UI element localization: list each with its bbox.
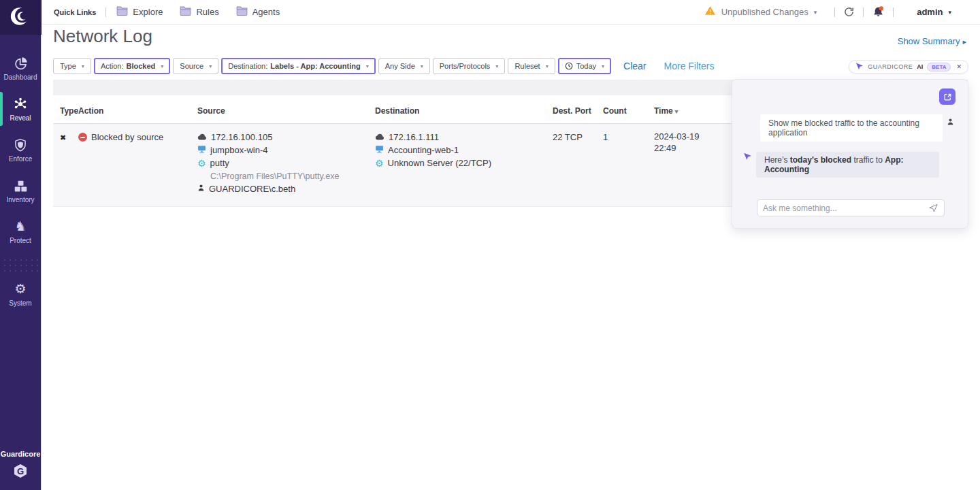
page-title: Network Log bbox=[53, 26, 152, 47]
column-header-action[interactable]: Action bbox=[78, 106, 197, 116]
sidebar-item-enforce[interactable]: Enforce bbox=[0, 131, 41, 168]
refresh-button[interactable] bbox=[843, 6, 855, 18]
brand-name: Guardicore bbox=[1, 450, 41, 458]
unpublished-changes-dropdown[interactable]: Unpublished Changes ▾ bbox=[704, 5, 817, 18]
clock-icon bbox=[565, 62, 573, 70]
action-label: Blocked by source bbox=[91, 132, 163, 142]
dest-port-value: 22 TCP bbox=[553, 132, 583, 142]
filter-action[interactable]: Action: Blocked ▾ bbox=[94, 58, 170, 74]
cubes-icon bbox=[14, 178, 28, 193]
destination-ip: 172.16.1.111 bbox=[389, 132, 439, 142]
ai-chat-panel: Show me blocked traffic to the accountin… bbox=[732, 79, 968, 229]
dots-decoration bbox=[0, 255, 41, 273]
ai-message-bubble: Here’s today’s blocked traffic to App: A… bbox=[756, 152, 939, 178]
expand-chat-button[interactable] bbox=[939, 88, 956, 105]
sidebar-item-label: Reveal bbox=[10, 114, 31, 122]
nav-rules[interactable]: Rules bbox=[179, 5, 218, 19]
ai-badge-brand: GUARDICORE bbox=[868, 63, 913, 70]
paper-plane-icon bbox=[855, 61, 864, 73]
cloud-icon bbox=[197, 132, 207, 142]
folder-icon bbox=[235, 5, 248, 19]
sidebar-nav: Dashboard Reveal Enforce bbox=[0, 50, 41, 316]
column-header-dest-port[interactable]: Dest. Port bbox=[553, 106, 603, 116]
column-header-destination[interactable]: Destination bbox=[375, 106, 553, 116]
column-header-time[interactable]: Time▾ bbox=[654, 106, 712, 116]
process-gear-icon: ⚙ bbox=[197, 159, 206, 168]
close-icon[interactable]: ✕ bbox=[956, 63, 962, 70]
source-process: putty bbox=[210, 158, 229, 168]
source-ip: 172.16.100.105 bbox=[211, 132, 272, 142]
time-value: 2024-03-19 22:49 bbox=[654, 131, 703, 154]
sidebar-item-inventory[interactable]: Inventory bbox=[0, 172, 41, 209]
nav-label: Agents bbox=[252, 7, 280, 17]
topbar-right: Unpublished Changes ▾ admin ▾ bbox=[704, 5, 951, 18]
column-header-source[interactable]: Source bbox=[197, 106, 375, 116]
divider bbox=[834, 7, 835, 17]
monitor-icon bbox=[197, 145, 206, 155]
count-value: 1 bbox=[603, 132, 608, 142]
filter-ports-protocols[interactable]: Ports/Protocols ▾ bbox=[433, 58, 506, 74]
sidebar: Dashboard Reveal Enforce bbox=[0, 0, 42, 490]
chat-input-container bbox=[757, 199, 945, 216]
show-summary-link[interactable]: Show Summary▸ bbox=[898, 36, 966, 46]
knight-chess-icon: ♞ bbox=[14, 219, 26, 234]
warning-icon bbox=[704, 5, 716, 18]
user-menu[interactable]: admin ▾ bbox=[917, 7, 951, 17]
app-root: Dashboard Reveal Enforce bbox=[0, 0, 980, 490]
beta-badge: BETA bbox=[927, 63, 951, 71]
guardicore-logo[interactable] bbox=[0, 0, 42, 35]
folder-icon bbox=[179, 5, 192, 19]
user-message-bubble: Show me blocked traffic to the accountin… bbox=[760, 114, 943, 142]
sidebar-item-label: Enforce bbox=[9, 155, 32, 163]
pie-chart-icon bbox=[14, 56, 28, 71]
filter-time-today[interactable]: Today ▾ bbox=[558, 58, 611, 74]
filter-destination[interactable]: Destination: Labels - App: Accounting ▾ bbox=[221, 58, 376, 74]
filter-ruleset[interactable]: Ruleset ▾ bbox=[508, 58, 555, 74]
column-header-type[interactable]: Type bbox=[53, 106, 78, 116]
divider bbox=[893, 7, 894, 17]
chevron-down-icon: ▾ bbox=[421, 63, 423, 69]
x-icon: ✖ bbox=[60, 133, 66, 142]
guardicore-crescent-icon bbox=[9, 5, 32, 31]
sidebar-item-protect[interactable]: ♞ Protect bbox=[0, 213, 41, 250]
chevron-down-icon: ▾ bbox=[814, 9, 817, 16]
sidebar-item-reveal[interactable]: Reveal bbox=[0, 91, 41, 127]
svg-text:G: G bbox=[17, 466, 24, 476]
divider bbox=[863, 7, 864, 17]
chevron-down-icon: ▾ bbox=[161, 63, 163, 69]
filter-bar: Type ▾ Action: Blocked ▾ Source ▾ Destin… bbox=[53, 58, 714, 74]
folder-icon bbox=[116, 5, 129, 19]
destination-server: Unknown Server (22/TCP) bbox=[388, 158, 491, 168]
chevron-down-icon: ▾ bbox=[495, 63, 498, 69]
gear-icon: ⚙ bbox=[14, 282, 26, 297]
sidebar-item-dashboard[interactable]: Dashboard bbox=[0, 50, 41, 86]
username: admin bbox=[917, 7, 943, 17]
topbar: Quick Links Explore Rules Agents bbox=[42, 0, 980, 24]
source-user: GUARDICORE\c.beth bbox=[209, 184, 295, 194]
quick-links[interactable]: Quick Links bbox=[54, 8, 96, 16]
nav-label: Rules bbox=[196, 7, 218, 17]
column-header-count[interactable]: Count bbox=[603, 106, 654, 116]
nav-explore[interactable]: Explore bbox=[116, 5, 163, 19]
network-graph-icon bbox=[13, 97, 28, 112]
sidebar-item-label: System bbox=[9, 299, 31, 307]
chat-input[interactable] bbox=[763, 203, 928, 213]
notifications-bell-button[interactable] bbox=[872, 5, 885, 18]
sidebar-item-label: Dashboard bbox=[4, 74, 37, 81]
filter-source[interactable]: Source ▾ bbox=[173, 58, 218, 74]
filter-any-side[interactable]: Any Side ▾ bbox=[378, 58, 430, 74]
chevron-down-icon: ▾ bbox=[209, 63, 212, 69]
chevron-down-icon: ▾ bbox=[948, 9, 951, 16]
more-filters-link[interactable]: More Filters bbox=[664, 61, 715, 71]
filter-type[interactable]: Type ▾ bbox=[53, 58, 91, 74]
destination-host: Accounting-web-1 bbox=[388, 145, 459, 155]
sidebar-item-label: Inventory bbox=[6, 196, 34, 203]
ai-paper-plane-icon bbox=[743, 151, 752, 163]
clear-filters-link[interactable]: Clear bbox=[623, 61, 646, 71]
chevron-down-icon: ▾ bbox=[602, 63, 604, 69]
send-button[interactable] bbox=[928, 203, 938, 213]
guardicore-ai-badge[interactable]: GUARDICORE AI BETA ✕ bbox=[849, 60, 968, 74]
nav-agents[interactable]: Agents bbox=[235, 5, 280, 19]
sidebar-item-system[interactable]: ⚙ System bbox=[0, 276, 41, 312]
chevron-down-icon: ▾ bbox=[546, 63, 549, 69]
